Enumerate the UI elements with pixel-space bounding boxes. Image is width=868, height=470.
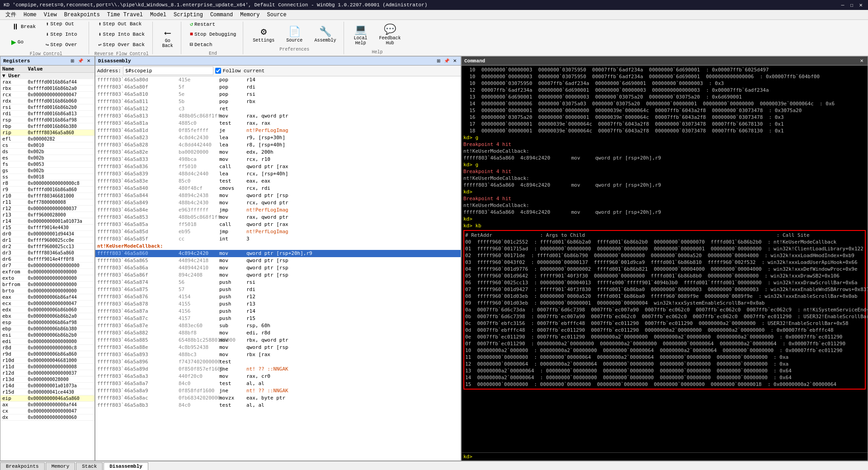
maximize-button[interactable]: □	[848, 1, 855, 9]
disasm-row[interactable]: fffff803`46a5a86f894c2408movqword ptr [r…	[95, 272, 461, 279]
bottom-tab-disassembly[interactable]: Disassembly	[104, 462, 148, 470]
go-button[interactable]: ▶ Go	[7, 35, 40, 49]
registers-options-button[interactable]: ⊞	[69, 58, 75, 64]
disasm-operands: rax, cr0	[246, 373, 459, 380]
disasm-row[interactable]: fffff803`46a5a86544894c2418movqword ptr …	[95, 257, 461, 264]
local-help-button[interactable]: 💻 LocalHelp	[349, 21, 371, 48]
assembly-button[interactable]: 🔧 Assembly	[310, 24, 340, 45]
close-button[interactable]: ✕	[857, 1, 864, 9]
disasm-addr: fffff803`46a5a878	[97, 301, 179, 308]
source-button[interactable]: 📄 Source	[282, 24, 307, 45]
disasm-row[interactable]: fffff803`46a5a893488bc3movrbx [rax	[95, 351, 461, 358]
menu-item-command[interactable]: Command	[207, 11, 236, 19]
registers-pin-button[interactable]: 📌	[77, 58, 84, 64]
menu-item-breakpoints[interactable]: Breakpoints	[61, 11, 104, 19]
menu-item-文件[interactable]: 文件	[2, 10, 20, 19]
menu-item-time travel[interactable]: Time Travel	[104, 11, 146, 19]
disasm-row[interactable]: fffff803`46a5a85aff5018callqword ptr [ra…	[95, 221, 461, 228]
disasm-row[interactable]: fffff803`46a5a8b384c0testal, al	[95, 402, 461, 409]
menu-item-memory[interactable]: Memory	[236, 11, 263, 19]
disasm-row[interactable]: fffff803`46a5a8ac0fb68342020000movzxeax,…	[95, 395, 461, 402]
detach-button[interactable]: ⊟ Detach	[187, 40, 240, 49]
menu-item-source[interactable]: Source	[264, 11, 290, 19]
step-out-back-button[interactable]: ⬆ Step Out Back	[95, 19, 148, 29]
disasm-row[interactable]: fffff803`46a5a8a784c0testal, al	[95, 380, 461, 387]
disasm-row[interactable]: fffff803`46a5a81d0f85feffffjent!PerfLogI…	[95, 127, 461, 134]
disasm-row[interactable]: fffff803`46a5a8234c8d4c2430lear9, [rsp+3…	[95, 134, 461, 141]
disasm-row[interactable]: fffff803`46a5a849488b4c2430movrcx, qword…	[95, 199, 461, 207]
command-close-button[interactable]: ✕	[859, 58, 865, 64]
menu-item-home[interactable]: Home	[20, 11, 40, 19]
step-into-button[interactable]: ⬇ Step Into	[42, 30, 80, 39]
disasm-row[interactable]: fffff803`46a5a87c4157pushr15	[95, 315, 461, 322]
disasm-row[interactable]: fffff803`46a5a80d415epopr14	[95, 76, 461, 84]
disasm-row[interactable]: fffff803`46a5a83e85c0testeax, eax	[95, 178, 461, 185]
disasm-mnemonic: push	[219, 293, 246, 301]
break-button[interactable]: ⏸ Break	[7, 20, 40, 34]
bottom-tab-memory[interactable]: Memory	[46, 462, 75, 470]
step-out-button[interactable]: ⬆ Step Out	[42, 19, 80, 29]
bottom-tab-breakpoints[interactable]: Breakpoints	[0, 462, 45, 470]
disasm-mnemonic: sub	[219, 322, 246, 329]
disasm-row[interactable]: fffff803`46a5a896f7437402000000test	[95, 358, 461, 366]
disassembly-close-button[interactable]: ✕	[452, 58, 458, 64]
register-row: exto0x0000000000000000	[0, 275, 94, 282]
disasm-row[interactable]: fffff803`46a5a86a4489442410movqword ptr …	[95, 264, 461, 272]
disasm-row[interactable]: fffff803`46a5a840480f48cfcmovsrcx, rdi	[95, 185, 461, 192]
disasm-row[interactable]: fffff803`46a5a8115bpoprbx	[95, 98, 461, 105]
disasm-row[interactable]: fffff803`46a5a836ff5010callqword ptr [ra…	[95, 163, 461, 170]
menu-item-scripting[interactable]: Scripting	[170, 11, 207, 19]
disasm-row[interactable]: fffff803`46a5a839488d4c2440learcx, [rsp+…	[95, 170, 461, 178]
disasm-row[interactable]: fffff803`46a5a8a90f858fdf1600jnent! ?? :…	[95, 387, 461, 395]
disasm-row[interactable]: fffff803`46a5a812c3ret	[95, 105, 461, 113]
feedback-hub-button[interactable]: 💬 FeedbackHub	[375, 21, 405, 48]
disassembly-pin-button[interactable]: 📌	[443, 58, 450, 64]
disasm-row[interactable]: fffff803`46a5a89d0f850f857ef1600jnent! ?…	[95, 366, 461, 373]
disasm-row[interactable]: fffff803`46a5a87a4156pushr14	[95, 308, 461, 315]
settings-button[interactable]: ⚙ Settings	[249, 24, 278, 45]
disasm-row[interactable]: fffff803`46a5a8784155pushr13	[95, 301, 461, 308]
disasm-row[interactable]: fffff803`46a5a85deb95jmpnt!PerfLogImag	[95, 228, 461, 235]
disasm-row[interactable]: fffff803`46a5a833498bcamovrcx, r10	[95, 156, 461, 163]
disasm-row[interactable]: fffff803`46a5a88565488b1c25880100000movr…	[95, 337, 461, 344]
follow-current-checkbox[interactable]	[215, 68, 221, 74]
disasm-operands: rsi	[246, 279, 459, 286]
disasm-row[interactable]: fffff803`46a5a80f5fpoprdi	[95, 84, 461, 91]
menu-item-model[interactable]: Model	[146, 11, 170, 19]
disasm-row[interactable]: fffff803`46a5a85fccint3	[95, 235, 461, 243]
disasm-row[interactable]: fffff803`46a5a84448894c2438movqword ptr …	[95, 192, 461, 199]
disasm-row[interactable]: fffff803`46a5a8a3440f20c0movrax, cr0	[95, 373, 461, 380]
command-content[interactable]: 10 00000000`00000003 0000000`03075950 00…	[462, 66, 868, 452]
address-input[interactable]	[123, 66, 213, 75]
registers-close-button[interactable]: ✕	[85, 58, 92, 64]
disasm-row[interactable]: fffff803`46a5a87e4883ec60subrsp, 60h	[95, 322, 461, 329]
disasm-row[interactable]: fffff803`46a5a8105epoprsi	[95, 91, 461, 98]
disasm-row[interactable]: fffff803`46a5a87456pushrsi	[95, 279, 461, 286]
disasm-row[interactable]: fffff803`46a5a84ee963ffffffjmpnt!PerfLog…	[95, 207, 461, 214]
step-over-back-button[interactable]: ↩ Step Over Back	[95, 40, 148, 50]
minimize-button[interactable]: ─	[839, 1, 846, 9]
menu-item-view[interactable]: View	[40, 11, 61, 19]
disassembly-options-button[interactable]: ⊞	[435, 58, 442, 64]
bottom-tab-stack[interactable]: Stack	[76, 462, 103, 470]
disasm-row[interactable]: fffff803`46a5a853488b05c868f1ffmovrax, q…	[95, 214, 461, 221]
disasm-row[interactable]: fffff803`46a5a81a4885c0testrax, rax	[95, 120, 461, 127]
disasm-content[interactable]: fffff803`46a5a80d415epopr14fffff803`46a5…	[95, 76, 461, 461]
restart-button[interactable]: ↺ Restart	[187, 19, 240, 29]
step-over-button[interactable]: ↪ Step Over	[42, 40, 80, 50]
step-into-back-button[interactable]: ⬇ Step Into Back	[95, 30, 148, 39]
disasm-row[interactable]: fffff803`46a5a82eba00020000movedx, 200h	[95, 149, 461, 156]
disasm-row[interactable]: fffff803`46a5a8764154pushr12	[95, 293, 461, 301]
go-back-button[interactable]: ⟵ GoBack	[158, 25, 177, 51]
disasm-row[interactable]: fffff803`46a5a87557pushrdi	[95, 286, 461, 293]
disasm-row[interactable]: fffff803`46a5a8604c894c2420movqword ptr …	[95, 250, 461, 257]
reg-value: 0x000000041ce4430	[26, 389, 94, 395]
disasm-row[interactable]: fffff803`46a5a8284c8dd442440lear8, [rsp+…	[95, 141, 461, 149]
cmd-line: 13 00000000`6d690001 00000000`00000003 0…	[463, 94, 866, 100]
disasm-row[interactable]: fffff803`46a5a813488b05c868f1ffmovrax, q…	[95, 113, 461, 120]
command-input[interactable]	[474, 454, 866, 460]
disasm-row[interactable]: fffff803`46a5a88e4c8b952438movqword ptr …	[95, 344, 461, 351]
stop-debugging-button[interactable]: ■ Stop Debugging	[187, 30, 240, 39]
bottom-tabs: BreakpointsMemoryStackDisassembly	[0, 461, 868, 470]
disasm-row[interactable]: fffff803`46a5a882488bf8movedi, r8d	[95, 329, 461, 337]
